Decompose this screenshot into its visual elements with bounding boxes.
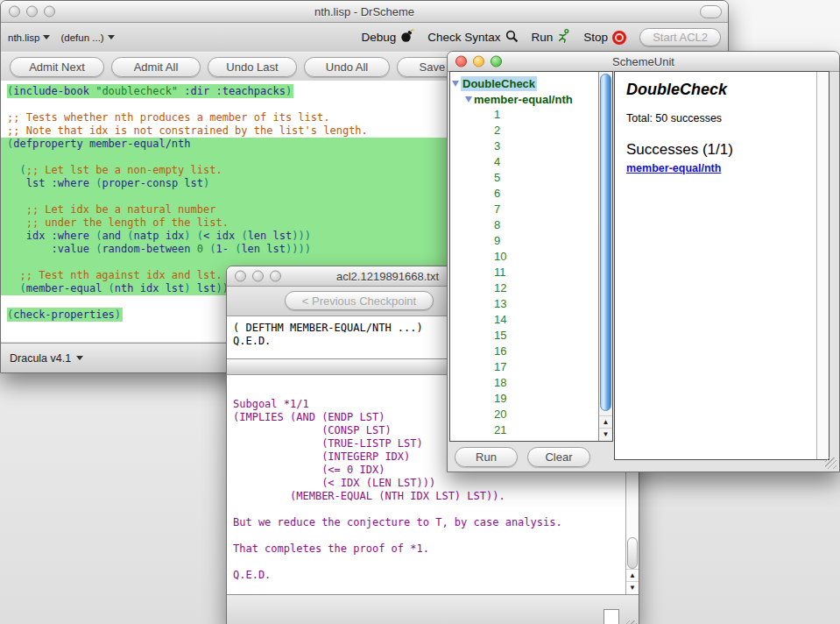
window-controls <box>235 271 281 282</box>
start-acl2-label: Start ACL2 <box>653 31 708 44</box>
suite-link[interactable]: member-equal/nth <box>626 162 721 174</box>
run-button[interactable]: Run <box>532 29 571 46</box>
tree-item-case[interactable]: 2 <box>450 123 598 138</box>
window-title: acl2.1219891668.txt <box>336 266 439 286</box>
clear-button[interactable]: Clear <box>527 447 590 467</box>
resize-grip[interactable] <box>625 620 637 624</box>
runner-icon <box>557 29 570 46</box>
debug-button[interactable]: Debug <box>361 29 414 46</box>
resize-grip[interactable] <box>825 457 836 469</box>
tree-item-case[interactable]: 13 <box>450 296 598 312</box>
tree-item-case[interactable]: 9 <box>450 233 598 249</box>
successes-heading: Successes (1/1) <box>626 141 815 159</box>
defun-dropdown-label: (defun ...) <box>60 32 103 43</box>
detail-heading: DoubleCheck <box>626 81 815 99</box>
desktop: { "colors": { "highlight_green": "#90e69… <box>0 0 840 624</box>
tree-item-case[interactable]: 4 <box>450 154 598 170</box>
tree-item-case[interactable]: 19 <box>450 391 598 407</box>
tree-suite-label: member-equal/nth <box>474 93 573 106</box>
stop-button[interactable]: Stop <box>583 31 626 45</box>
defun-dropdown[interactable]: (defun ...) <box>60 32 114 43</box>
acl2-bottom-bar <box>227 594 639 624</box>
bomb-icon <box>400 29 414 46</box>
tree-item-case[interactable]: 12 <box>450 280 598 296</box>
scroll-down-arrow[interactable]: ▼ <box>599 428 612 440</box>
drscheme-titlebar[interactable]: nth.lisp - DrScheme <box>1 1 728 23</box>
run-label: Run <box>532 31 554 44</box>
admit-next-button[interactable]: Admit Next <box>10 57 104 77</box>
tree-case-list: 123456789101112131415161718192021 <box>450 107 598 438</box>
debug-label: Debug <box>361 31 396 44</box>
tree-item-case[interactable]: 16 <box>450 344 598 359</box>
file-dropdown-label: nth.lisp <box>8 32 39 43</box>
tree-item-case[interactable]: 15 <box>450 328 598 344</box>
magnifier-icon <box>505 30 519 46</box>
toolbar-collapse-widget[interactable] <box>700 5 722 18</box>
checkbox[interactable] <box>604 609 619 624</box>
admit-all-button[interactable]: Admit All <box>111 57 201 77</box>
scroll-down-arrow[interactable]: ▼ <box>626 581 639 593</box>
window-title: nth.lisp - DrScheme <box>1 1 728 22</box>
minimize-button[interactable] <box>252 271 264 282</box>
tree-item-case[interactable]: 18 <box>450 375 598 391</box>
test-tree-panel: DoubleCheck member-equal/nth 12345678910… <box>449 71 613 442</box>
check-syntax-label: Check Syntax <box>427 31 500 44</box>
detail-scrollbar[interactable] <box>816 72 829 459</box>
tree-item-case[interactable]: 5 <box>450 170 598 186</box>
tree-item-case[interactable]: 14 <box>450 312 598 328</box>
tree-item-suite[interactable]: member-equal/nth <box>450 91 598 107</box>
close-button[interactable] <box>235 271 246 282</box>
tree-scrollbar[interactable]: ▲ ▼ <box>598 72 612 441</box>
window-title: SchemeUnit <box>448 52 839 71</box>
chevron-down-icon <box>108 35 115 39</box>
schemeunit-button-row: Run Clear <box>448 442 614 472</box>
disclosure-triangle-icon[interactable] <box>465 96 472 103</box>
check-syntax-button[interactable]: Check Syntax <box>427 30 518 46</box>
tree-item-case[interactable]: 21 <box>450 422 598 438</box>
zoom-button[interactable] <box>270 271 281 282</box>
dracula-version-menu[interactable]: Dracula v4.1 <box>10 352 71 365</box>
undo-all-button[interactable]: Undo All <box>304 57 390 77</box>
tree-item-case[interactable]: 20 <box>450 407 598 422</box>
tree-root-label: DoubleCheck <box>461 76 537 91</box>
scrollbar-thumb[interactable] <box>600 74 611 411</box>
disclosure-triangle-icon[interactable] <box>452 81 459 87</box>
chevron-down-icon <box>76 356 83 360</box>
tree-item-case[interactable]: 10 <box>450 249 598 265</box>
tree-item-case[interactable]: 7 <box>450 202 598 217</box>
start-acl2-button[interactable]: Start ACL2 <box>639 28 721 46</box>
drscheme-toolbar: nth.lisp (defun ...) Debug Check Syntax … <box>1 23 728 52</box>
stop-icon <box>612 31 626 45</box>
tree-item-case[interactable]: 6 <box>450 186 598 202</box>
undo-last-button[interactable]: Undo Last <box>208 57 297 77</box>
scroll-up-arrow[interactable]: ▲ <box>599 415 612 428</box>
file-dropdown[interactable]: nth.lisp <box>8 32 50 43</box>
test-detail-panel: DoubleCheck Total: 50 successes Successe… <box>614 71 829 460</box>
tree-item-case[interactable]: 3 <box>450 138 598 154</box>
tree-item-case[interactable]: 11 <box>450 265 598 280</box>
previous-checkpoint-button[interactable]: < Previous Checkpoint <box>285 291 434 310</box>
schemeunit-titlebar[interactable]: SchemeUnit <box>448 52 839 72</box>
scrollbar-thumb[interactable] <box>627 537 638 569</box>
scroll-up-arrow[interactable]: ▲ <box>626 569 639 581</box>
tree-item-case[interactable]: 8 <box>450 217 598 233</box>
stop-label: Stop <box>583 31 608 44</box>
chevron-down-icon <box>43 35 50 39</box>
tree-item-case[interactable]: 1 <box>450 107 598 123</box>
tree-item-case[interactable]: 17 <box>450 359 598 375</box>
tree-item-doublecheck[interactable]: DoubleCheck <box>450 75 598 91</box>
schemeunit-window: SchemeUnit DoubleCheck member-equal/nth … <box>447 51 840 472</box>
total-successes-text: Total: 50 successes <box>626 112 815 124</box>
run-tests-button[interactable]: Run <box>455 447 518 467</box>
